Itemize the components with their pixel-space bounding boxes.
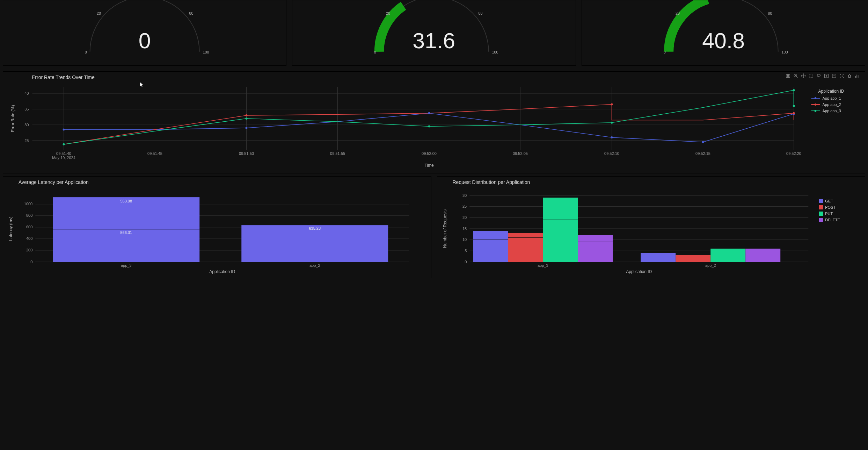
gauge-tick-80: 80 xyxy=(768,11,772,15)
svg-point-52 xyxy=(815,97,817,99)
svg-point-54 xyxy=(815,103,817,106)
legend-item[interactable]: App app_3 xyxy=(823,109,841,113)
y-tick: 35 xyxy=(24,107,29,111)
plotly-toolbar xyxy=(785,72,860,80)
y-tick: 600 xyxy=(26,225,32,229)
legend-item[interactable]: POST xyxy=(825,205,836,209)
plotly-logo-icon[interactable] xyxy=(854,73,860,79)
gauges-row: 0 100 20 80 0 0 100 20 80 31.6 0 100 20 … xyxy=(0,0,868,69)
requests-chart[interactable]: 0 5 10 15 20 25 30 xyxy=(437,185,865,276)
bar xyxy=(676,255,710,262)
series-app3 xyxy=(64,90,794,144)
gauge-tick-20: 20 xyxy=(676,11,680,15)
svg-line-4 xyxy=(796,77,797,78)
zoom-out-icon[interactable] xyxy=(831,73,837,79)
reset-axes-icon[interactable] xyxy=(847,73,852,79)
svg-point-40 xyxy=(702,141,704,143)
x-axis-label: Time xyxy=(424,163,434,168)
legend-title: Application ID xyxy=(818,89,844,94)
svg-point-36 xyxy=(63,129,65,131)
gauge-chart-3: 0 100 20 80 40.8 xyxy=(582,0,865,65)
x-axis-label: Application ID xyxy=(626,269,652,274)
x-tick: 09:51:55 xyxy=(330,151,345,156)
x-tick: app_2 xyxy=(309,263,320,267)
error-trends-chart[interactable]: 25 30 35 40 09:51:40 09:51:45 09:51:50 0… xyxy=(3,80,865,171)
svg-rect-21 xyxy=(856,75,857,78)
pan-icon[interactable] xyxy=(801,73,806,79)
svg-point-37 xyxy=(246,127,248,129)
chart-title: Request Distribution per Application xyxy=(437,177,865,185)
bar xyxy=(543,220,578,262)
autoscale-icon[interactable] xyxy=(839,73,845,79)
y-tick: 0 xyxy=(465,260,467,264)
y-tick: 800 xyxy=(26,213,32,217)
svg-point-1 xyxy=(787,75,789,77)
y-tick: 15 xyxy=(462,227,467,231)
svg-point-45 xyxy=(63,143,65,145)
bar xyxy=(578,242,613,262)
zoom-icon[interactable] xyxy=(793,73,798,79)
bar-app2 xyxy=(241,225,388,262)
svg-line-18 xyxy=(840,77,841,78)
svg-rect-76 xyxy=(819,205,823,209)
chart-title: Average Latency per Application xyxy=(3,177,431,185)
gauge-tick-80: 80 xyxy=(189,11,193,15)
gauge-tick-20: 20 xyxy=(97,11,101,15)
legend-item[interactable]: DELETE xyxy=(825,218,840,222)
bar xyxy=(473,231,508,240)
y-tick: 30 xyxy=(24,123,29,127)
bar-value-label: 635.23 xyxy=(309,226,321,230)
y-tick: 1000 xyxy=(24,202,32,206)
svg-point-39 xyxy=(611,136,613,138)
y-tick: 40 xyxy=(24,91,29,95)
x-tick: 09:51:50 xyxy=(239,151,254,156)
svg-point-43 xyxy=(611,103,613,106)
bar xyxy=(641,253,676,262)
gauge-tick-20: 20 xyxy=(386,11,390,15)
svg-line-17 xyxy=(843,74,844,76)
bar xyxy=(543,198,578,220)
bar xyxy=(508,233,543,238)
y-tick: 200 xyxy=(26,248,32,252)
legend-item[interactable]: App app_2 xyxy=(823,102,841,107)
bottom-row: Average Latency per Application 0 200 40… xyxy=(3,176,865,278)
lasso-select-icon[interactable] xyxy=(816,73,822,79)
gauge-panel-1: 0 100 20 80 0 xyxy=(3,0,286,66)
x-tick: app_3 xyxy=(537,263,548,267)
svg-point-47 xyxy=(428,126,430,128)
bar xyxy=(745,249,780,262)
camera-icon[interactable] xyxy=(785,73,791,79)
bar-value-label: 553.08 xyxy=(120,199,132,203)
svg-line-19 xyxy=(843,77,844,78)
bar-value-label: 566.31 xyxy=(120,230,132,235)
svg-point-42 xyxy=(246,114,248,116)
svg-point-49 xyxy=(793,89,795,91)
chart-title: Error Rate Trends Over Time xyxy=(3,72,865,80)
svg-point-50 xyxy=(793,105,795,107)
x-tick: 09:52:20 xyxy=(786,151,801,156)
svg-rect-9 xyxy=(809,74,813,78)
svg-rect-77 xyxy=(819,212,823,216)
gauge-max: 100 xyxy=(781,50,788,54)
y-tick: 25 xyxy=(24,138,29,143)
error-trends-panel: Error Rate Trends Over Time 25 30 35 40 … xyxy=(3,71,865,173)
x-tick: 09:52:10 xyxy=(604,151,619,156)
y-axis-label: Number of Requests xyxy=(443,209,447,248)
svg-point-38 xyxy=(428,112,430,114)
box-select-icon[interactable] xyxy=(808,73,814,79)
y-axis-label: Error Rate (%) xyxy=(10,105,15,132)
x-date-label: May 19, 2024 xyxy=(52,156,75,160)
gauge-value: 31.6 xyxy=(413,28,455,53)
requests-panel: Request Distribution per Application 0 5… xyxy=(437,176,866,278)
legend-item[interactable]: PUT xyxy=(825,212,833,216)
x-tick: 09:52:00 xyxy=(422,151,437,156)
svg-point-10 xyxy=(817,74,820,76)
legend-item[interactable]: App app_1 xyxy=(823,96,841,100)
latency-chart[interactable]: 0 200 400 600 800 1000 553.08 566.31 635… xyxy=(3,185,431,276)
gauge-max: 100 xyxy=(203,50,209,54)
y-tick: 25 xyxy=(462,204,467,208)
zoom-in-icon[interactable] xyxy=(824,73,829,79)
bar xyxy=(578,235,613,242)
svg-point-46 xyxy=(246,117,248,120)
legend-item[interactable]: GET xyxy=(825,199,833,203)
